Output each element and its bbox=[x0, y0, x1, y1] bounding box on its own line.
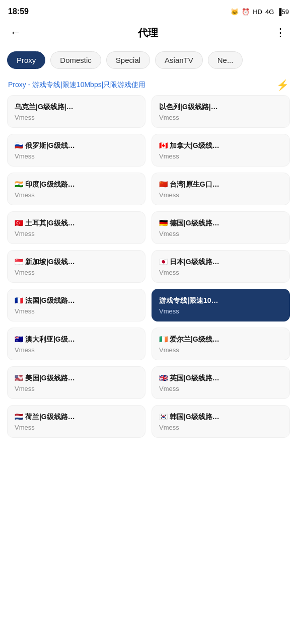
tab-domestic[interactable]: Domestic bbox=[50, 51, 101, 69]
card-6-type: Vmess bbox=[159, 191, 282, 199]
card-16-name: 🇬🇧 英国|G级线路… bbox=[159, 374, 282, 383]
card-7-type: Vmess bbox=[15, 230, 138, 237]
card-5-name: 🇮🇳 印度|G级线路… bbox=[15, 180, 138, 189]
card-10[interactable]: 🇯🇵 日本|G级线路…Vmess bbox=[152, 250, 290, 283]
tabs-container: ProxyDomesticSpecialAsianTVNe... bbox=[0, 46, 297, 74]
card-7-name: 🇹🇷 土耳其|G级线… bbox=[15, 219, 138, 228]
tab-proxy[interactable]: Proxy bbox=[7, 51, 45, 69]
signal-icon: 4G bbox=[265, 8, 274, 16]
card-5[interactable]: 🇮🇳 印度|G级线路…Vmess bbox=[7, 173, 145, 205]
lightning-icon[interactable]: ⚡ bbox=[276, 79, 289, 91]
card-14[interactable]: 🇮🇪 爱尔兰|G级线…Vmess bbox=[152, 328, 290, 360]
status-bar: 18:59 🐱 ⏰ HD 4G ▐59 bbox=[0, 0, 297, 22]
tab-special[interactable]: Special bbox=[106, 51, 150, 69]
card-11-type: Vmess bbox=[15, 307, 138, 315]
card-11[interactable]: 🇫🇷 法国|G级线路…Vmess bbox=[7, 289, 145, 321]
card-18-type: Vmess bbox=[159, 424, 282, 431]
card-13-type: Vmess bbox=[15, 346, 138, 354]
proxy-grid: 乌克兰|G级线路|…Vmess以色列|G级线路|…Vmess🇷🇺 俄罗斯|G级线… bbox=[0, 95, 297, 446]
status-icons: 🐱 ⏰ HD 4G ▐59 bbox=[231, 8, 289, 16]
battery-icon: ▐59 bbox=[277, 8, 289, 16]
card-3-type: Vmess bbox=[15, 152, 138, 160]
card-13[interactable]: 🇦🇺 澳大利亚|G级…Vmess bbox=[7, 328, 145, 360]
card-16-type: Vmess bbox=[159, 385, 282, 392]
card-2[interactable]: 以色列|G级线路|…Vmess bbox=[152, 95, 290, 128]
more-button[interactable]: ⋮ bbox=[273, 24, 289, 41]
card-4[interactable]: 🇨🇦 加拿大|G级线…Vmess bbox=[152, 134, 290, 167]
status-time: 18:59 bbox=[8, 7, 29, 16]
card-17[interactable]: 🇳🇱 荷兰|G级线路…Vmess bbox=[7, 405, 145, 438]
card-11-name: 🇫🇷 法国|G级线路… bbox=[15, 296, 138, 305]
cat-icon: 🐱 bbox=[231, 8, 239, 16]
card-6[interactable]: 🇨🇳 台湾|原生G口…Vmess bbox=[152, 173, 290, 205]
card-8[interactable]: 🇩🇪 德国|G级线路…Vmess bbox=[152, 211, 290, 244]
card-1[interactable]: 乌克兰|G级线路|…Vmess bbox=[7, 95, 145, 128]
alarm-icon: ⏰ bbox=[242, 8, 250, 16]
card-1-type: Vmess bbox=[15, 114, 138, 121]
card-15-type: Vmess bbox=[15, 385, 138, 392]
card-12[interactable]: 游戏专线|限速10…Vmess bbox=[152, 289, 290, 321]
card-14-name: 🇮🇪 爱尔兰|G级线… bbox=[159, 335, 282, 344]
card-16[interactable]: 🇬🇧 英国|G级线路…Vmess bbox=[152, 366, 290, 399]
card-5-type: Vmess bbox=[15, 191, 138, 199]
card-18[interactable]: 🇰🇷 韩国|G级线路…Vmess bbox=[152, 405, 290, 438]
card-2-type: Vmess bbox=[159, 114, 282, 121]
section-title: Proxy - 游戏专线|限速10Mbps|只限游戏使用 bbox=[8, 80, 145, 90]
card-4-name: 🇨🇦 加拿大|G级线… bbox=[159, 141, 282, 150]
card-3-name: 🇷🇺 俄罗斯|G级线… bbox=[15, 141, 138, 150]
card-15-name: 🇺🇸 美国|G级线路… bbox=[15, 374, 138, 383]
card-15[interactable]: 🇺🇸 美国|G级线路…Vmess bbox=[7, 366, 145, 399]
card-9-name: 🇸🇬 新加坡|G级线… bbox=[15, 258, 138, 267]
card-7[interactable]: 🇹🇷 土耳其|G级线…Vmess bbox=[7, 211, 145, 244]
card-1-name: 乌克兰|G级线路|… bbox=[15, 103, 138, 112]
card-10-name: 🇯🇵 日本|G级线路… bbox=[159, 258, 282, 267]
card-8-type: Vmess bbox=[159, 230, 282, 237]
card-18-name: 🇰🇷 韩国|G级线路… bbox=[159, 413, 282, 422]
page-title: 代理 bbox=[23, 26, 273, 40]
card-8-name: 🇩🇪 德国|G级线路… bbox=[159, 219, 282, 228]
card-12-name: 游戏专线|限速10… bbox=[159, 296, 282, 305]
card-3[interactable]: 🇷🇺 俄罗斯|G级线…Vmess bbox=[7, 134, 145, 167]
card-10-type: Vmess bbox=[159, 269, 282, 276]
section-header: Proxy - 游戏专线|限速10Mbps|只限游戏使用 ⚡ bbox=[0, 74, 297, 95]
tab-netflix[interactable]: Ne... bbox=[208, 51, 243, 69]
card-9-type: Vmess bbox=[15, 269, 138, 276]
card-6-name: 🇨🇳 台湾|原生G口… bbox=[159, 180, 282, 189]
card-14-type: Vmess bbox=[159, 346, 282, 354]
card-4-type: Vmess bbox=[159, 152, 282, 160]
card-2-name: 以色列|G级线路|… bbox=[159, 103, 282, 112]
app-header: ← 代理 ⋮ bbox=[0, 22, 297, 46]
card-12-type: Vmess bbox=[159, 307, 282, 315]
hd-badge: HD bbox=[253, 8, 262, 16]
card-13-name: 🇦🇺 澳大利亚|G级… bbox=[15, 335, 138, 344]
card-17-type: Vmess bbox=[15, 424, 138, 431]
card-17-name: 🇳🇱 荷兰|G级线路… bbox=[15, 413, 138, 422]
card-9[interactable]: 🇸🇬 新加坡|G级线…Vmess bbox=[7, 250, 145, 283]
back-button[interactable]: ← bbox=[8, 24, 23, 41]
tab-asiantv[interactable]: AsianTV bbox=[155, 51, 203, 69]
